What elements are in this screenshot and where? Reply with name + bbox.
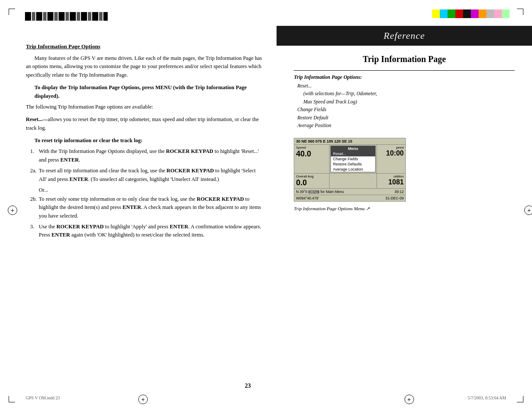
step-3-text: Use the ROCKER KEYPAD to highlight 'Appl… [39, 224, 261, 238]
instruction-sub: The following Trip Information Page opti… [26, 103, 264, 111]
device-caption: Trip Information Page Options Menu ↗ [294, 206, 515, 212]
left-content: Trip Information Page Options Many featu… [26, 43, 264, 240]
corner-mark-bl [9, 396, 15, 402]
device-menu-btn: MENU [308, 190, 319, 193]
device-bottom-date: 31-DEC-09 [386, 196, 404, 200]
device-odo-cell: odition 1081 [376, 174, 405, 188]
device-avg-value: 0.0 [296, 178, 327, 187]
device-coord-n: N 39°0 [296, 190, 307, 194]
step-1-text: With the Trip Information Page Options d… [39, 148, 259, 162]
device-menu: Menu Reset... Change Fields Restore Defa… [330, 146, 376, 172]
step-list-1: 1. With the Trip Information Page Option… [30, 147, 264, 184]
step-num-3: 3. [30, 223, 34, 231]
sidebar-item-1: (with selections for—Trip, Odometer, [303, 90, 515, 97]
sidebar-item-2: Max Speed and Track Log) [303, 98, 515, 106]
sidebar-item-4: Restore Default [297, 114, 515, 121]
device-coord-text: for Main Menu [320, 190, 344, 194]
caption-arrow: ↗ [366, 206, 370, 211]
step-num-1: 1. [30, 147, 34, 156]
device-bottom-bar: W094°40.476' 31-DEC-09 [294, 195, 405, 201]
sidebar-item-5: Average Position [297, 121, 515, 129]
device-menu-average: Average Location [331, 167, 375, 172]
device-time-cell: peed 10:00 [376, 145, 405, 173]
intro-paragraph: Many features of the GPS V are menu driv… [26, 54, 264, 79]
device-speed-label: Speed [296, 146, 327, 149]
step-num-2a: 2a. [30, 167, 37, 175]
page-container: Trip Information Page Options Many featu… [0, 0, 532, 411]
subheading2: To reset trip information or clear the t… [34, 137, 264, 145]
step-3: 3. Use the ROCKER KEYPAD to highlight 'A… [30, 223, 264, 240]
device-speed-value: 40.0 [296, 149, 327, 159]
device-time-2: 39:12 [395, 190, 404, 194]
corner-mark-tr [517, 9, 523, 15]
page-number: 23 [245, 383, 251, 389]
or-text: Or... [39, 187, 264, 193]
bold-instruction: To display the Trip Information Page Opt… [34, 84, 264, 100]
sidebar-heading: Trip Information Page Options: [294, 74, 515, 81]
device-menu-title: Menu [331, 146, 375, 151]
right-content: Trip Information Page Trip Information P… [277, 54, 532, 229]
device-menu-restore: Restore Defaults [331, 162, 375, 167]
device-odo-label: odition [379, 174, 404, 178]
device-screenshot: 30 NE 060 075 E 105 120 SE 15 Speed 40.0… [294, 138, 406, 202]
device-spacer [330, 174, 376, 188]
step-1: 1. With the Trip Information Page Option… [30, 147, 264, 164]
left-heading: Trip Information Page Options [26, 43, 264, 50]
sidebar-item-3: Change Fields [297, 106, 515, 113]
sidebar-list: Reset... (with selections for—Trip, Odom… [297, 82, 515, 129]
left-column: Trip Information Page Options Many featu… [0, 0, 277, 411]
footer-right: 5/7/2003, 8:53:04 AM [468, 395, 506, 400]
step-2a: 2a. To reset all trip information and cl… [30, 167, 264, 184]
sidebar-options: Trip Information Page Options: Reset... … [294, 74, 515, 129]
device-menu-reset: Reset... [331, 151, 375, 156]
reset-bold: Reset...— [26, 116, 48, 122]
device-second-row: Overall Avg 0.0 odition 1081 [294, 174, 405, 189]
black-bars-left [25, 12, 108, 21]
device-time-value: 10:00 [379, 149, 404, 157]
reference-header: Reference [277, 26, 532, 46]
right-column: Reference Trip Information Page Trip Inf… [277, 0, 532, 411]
section-title: Trip Information Page [294, 54, 515, 64]
reset-body: allows you to reset the trip timer, trip… [26, 116, 259, 131]
device-bottom-coord: W094°40.476' [296, 196, 319, 200]
device-coord-bar: N 39°0 MENU for Main Menu 39:12 [294, 189, 405, 195]
device-compass-bar: 30 NE 060 075 E 105 120 SE 15 [294, 138, 405, 145]
corner-mark-br [517, 396, 523, 402]
device-speed-cell: Speed 40.0 [294, 145, 330, 173]
device-odo-value: 1081 [379, 178, 404, 186]
device-menu-change: Change Fields [331, 156, 375, 162]
device-avg-label: Overall Avg [296, 174, 327, 178]
device-main-row: Speed 40.0 Menu Reset... Change Fields R… [294, 145, 405, 174]
device-avg-cell: Overall Avg 0.0 [294, 174, 330, 188]
sidebar-item-0: Reset... [297, 82, 515, 90]
device-time-label: peed [379, 146, 404, 149]
reset-text: Reset...—allows you to reset the trip ti… [26, 115, 264, 132]
step-num-2b: 2b. [30, 195, 37, 203]
color-bars-right [432, 9, 510, 18]
step-2b: 2b. To reset only some trip information … [30, 195, 264, 220]
device-menu-area-container: Menu Reset... Change Fields Restore Defa… [330, 145, 376, 173]
step-2b-text: To reset only some trip information or t… [39, 196, 261, 219]
footer-left: GPS V OM.indd 23 [26, 395, 60, 400]
step-list-2: 2b. To reset only some trip information … [30, 195, 264, 240]
corner-mark-tl [9, 9, 15, 15]
device-compass-text: 30 NE 060 075 E 105 120 SE 15 [296, 139, 352, 143]
step-2a-text: To reset all trip information and clear … [39, 168, 255, 182]
divider-1 [294, 70, 515, 71]
